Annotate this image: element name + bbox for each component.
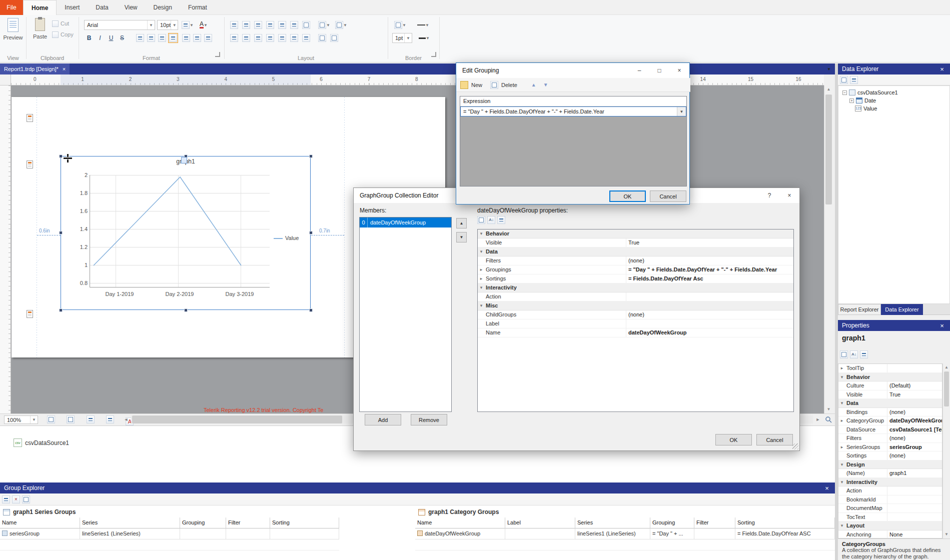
property-row[interactable]: DataSource csvDataSource1 [Teler bbox=[838, 426, 942, 434]
cut-button[interactable]: Cut bbox=[52, 19, 69, 28]
scroll-right-icon[interactable]: ► bbox=[814, 416, 822, 424]
property-row[interactable]: Layout bbox=[838, 522, 942, 530]
snap-lines-icon[interactable] bbox=[87, 416, 95, 424]
ok-button[interactable]: OK bbox=[609, 190, 646, 202]
property-row[interactable]: Visible True bbox=[478, 238, 793, 248]
column-header[interactable]: Sorting bbox=[735, 518, 835, 528]
column-header[interactable]: Sorting bbox=[270, 518, 339, 528]
property-row[interactable]: Filters (none) bbox=[478, 256, 793, 266]
property-row[interactable]: Behavior bbox=[838, 373, 942, 382]
align-bottom-button[interactable] bbox=[203, 33, 213, 43]
resize-handle-sw[interactable] bbox=[59, 308, 63, 312]
tree-node-datasource[interactable]: − csvDataSource1 bbox=[842, 88, 898, 96]
make-same-size-button[interactable] bbox=[253, 33, 263, 43]
property-row[interactable]: ToolTip bbox=[838, 364, 942, 373]
align-middle-button[interactable] bbox=[192, 33, 202, 43]
layout-snap-grid-button[interactable] bbox=[301, 20, 311, 30]
smart-tag-icon[interactable] bbox=[181, 157, 187, 164]
tree-node-date[interactable]: + Date bbox=[849, 96, 876, 104]
layout-size-dropdown[interactable]: ▼ bbox=[317, 20, 331, 30]
close-icon[interactable]: × bbox=[779, 188, 799, 203]
expression-dropdown-icon[interactable]: ▼ bbox=[677, 107, 686, 116]
properties-scrollbar[interactable]: ▲ ▼ bbox=[942, 364, 950, 538]
categorized-view-icon[interactable] bbox=[840, 350, 848, 358]
tab-format[interactable]: Format bbox=[180, 0, 215, 15]
series-group-row[interactable]: seriesGroup lineSeries1 (LineSeries) bbox=[0, 528, 339, 540]
property-row[interactable]: Sortings = Fields.Date.DayOfYear Asc bbox=[478, 274, 793, 284]
expression-row[interactable]: = "Day " + Fields.Date.DayOfYear + "-" +… bbox=[460, 106, 686, 116]
layout-order-dropdown[interactable]: ▼ bbox=[334, 20, 348, 30]
edit-grouping-titlebar[interactable]: Edit Grouping – □ × bbox=[456, 63, 689, 78]
delete-group-icon[interactable]: × bbox=[12, 496, 20, 504]
property-row[interactable]: Interactivity bbox=[478, 284, 793, 292]
property-row[interactable]: Visible True bbox=[838, 390, 942, 400]
watermark-icon[interactable] bbox=[106, 416, 114, 424]
move-down-button[interactable]: ▼ bbox=[456, 232, 467, 242]
canvas-vertical-scrollbar[interactable]: ▲ ▼ bbox=[824, 86, 833, 414]
property-row[interactable]: DocumentMap bbox=[838, 504, 942, 513]
property-row[interactable]: TocText bbox=[838, 513, 942, 522]
strikethrough-button[interactable]: S bbox=[117, 33, 127, 43]
close-tab-icon[interactable]: × bbox=[63, 66, 66, 72]
close-icon[interactable]: × bbox=[823, 484, 831, 492]
show-grid-icon[interactable] bbox=[47, 416, 55, 424]
property-row[interactable]: Behavior bbox=[478, 230, 793, 238]
border-color-dropdown[interactable]: ▼ bbox=[415, 33, 433, 43]
chevron-down-icon[interactable]: ▼ bbox=[404, 34, 412, 42]
layout-align-bottoms-button[interactable] bbox=[289, 20, 299, 30]
property-row[interactable]: Groupings = "Day " + Fields.Date.DayOfYe… bbox=[478, 266, 793, 274]
property-row[interactable]: Sortings (none) bbox=[838, 452, 942, 460]
scroll-up-icon[interactable]: ▲ bbox=[824, 86, 833, 94]
column-header[interactable]: Filter bbox=[226, 518, 270, 528]
category-group-row[interactable]: dateDayOfWeekGroup lineSeries1 (LineSeri… bbox=[415, 528, 835, 540]
close-icon[interactable]: × bbox=[938, 66, 946, 73]
preview-button[interactable]: Preview bbox=[2, 18, 24, 49]
resize-handle-nw[interactable] bbox=[59, 154, 63, 158]
remove-member-button[interactable]: Remove bbox=[411, 414, 447, 426]
tab-list-dropdown-icon[interactable]: ▼ bbox=[827, 67, 831, 72]
layout-align-tops-button[interactable] bbox=[265, 20, 275, 30]
scroll-down-icon[interactable]: ▼ bbox=[824, 406, 833, 414]
property-pages-icon[interactable] bbox=[497, 216, 505, 224]
tray-item-csvdatasource[interactable]: csvDataSource1 bbox=[25, 440, 69, 446]
border-width-combo[interactable]: 1pt ▼ bbox=[392, 33, 412, 43]
property-row[interactable]: (Name) graph1 bbox=[838, 469, 942, 478]
property-row[interactable]: CategoryGroup dateDayOfWeekGrou bbox=[838, 416, 942, 426]
align-center-button[interactable] bbox=[146, 33, 156, 43]
scrollbar-thumb[interactable] bbox=[132, 416, 342, 424]
detail-section-icon[interactable] bbox=[27, 160, 33, 168]
move-up-icon[interactable]: ▲ bbox=[531, 82, 536, 88]
categorized-view-icon[interactable] bbox=[477, 216, 485, 224]
border-style-dropdown[interactable]: ▼ bbox=[392, 20, 408, 30]
property-row[interactable]: Action bbox=[838, 486, 942, 496]
resize-handle-ne[interactable] bbox=[309, 154, 313, 158]
move-down-icon[interactable]: ▼ bbox=[543, 82, 548, 88]
copy-button[interactable]: Copy bbox=[52, 30, 74, 39]
alphabetical-sort-icon[interactable]: A↓ bbox=[850, 350, 858, 358]
property-row[interactable]: Design bbox=[838, 460, 942, 470]
property-row[interactable]: Filters (none) bbox=[838, 434, 942, 443]
scroll-up-icon[interactable]: ▲ bbox=[943, 364, 950, 372]
property-row[interactable]: Name dateDayOfWeekGroup bbox=[478, 328, 793, 338]
align-top-button[interactable] bbox=[181, 33, 191, 43]
vertical-spacing-button[interactable] bbox=[277, 33, 287, 43]
tab-design[interactable]: Design bbox=[146, 0, 180, 15]
scrollbar-thumb[interactable] bbox=[825, 94, 832, 204]
resize-handle-se[interactable] bbox=[309, 308, 313, 312]
property-row[interactable]: Anchoring None bbox=[838, 530, 942, 539]
make-same-width-button[interactable] bbox=[229, 33, 239, 43]
bring-to-front-button[interactable] bbox=[317, 33, 327, 43]
layout-align-rights-button[interactable] bbox=[253, 20, 263, 30]
edit-group-icon[interactable] bbox=[2, 496, 10, 504]
page-footer-section-icon[interactable] bbox=[27, 310, 33, 318]
collapse-icon[interactable]: − bbox=[842, 90, 847, 95]
edit-datasource-icon[interactable] bbox=[850, 76, 858, 84]
scroll-down-icon[interactable]: ▼ bbox=[943, 530, 950, 538]
tab-report-explorer[interactable]: Report Explorer bbox=[838, 304, 881, 315]
chevron-down-icon[interactable]: ▼ bbox=[147, 20, 155, 30]
ok-button[interactable]: OK bbox=[715, 434, 752, 446]
column-header[interactable]: Grouping bbox=[650, 518, 694, 528]
font-color-button[interactable]: A▼ bbox=[197, 20, 210, 30]
border-line-dropdown[interactable]: ▼ bbox=[413, 20, 433, 30]
alphabetical-sort-icon[interactable]: A↓ bbox=[487, 216, 495, 224]
